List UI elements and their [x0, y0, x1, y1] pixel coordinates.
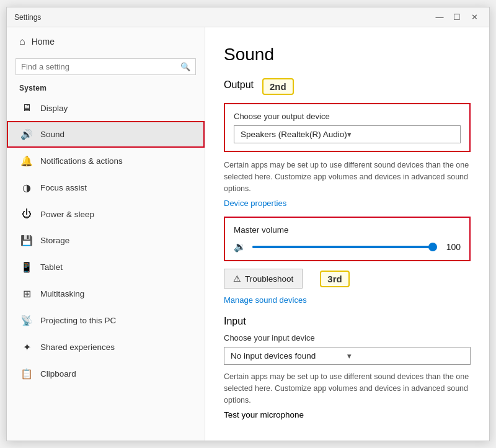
troubleshoot-button[interactable]: ⚠ Troubleshoot [224, 269, 303, 289]
settings-window: Settings — ☐ ✕ ⌂ Home 🔍 System 🖥 Display [6, 7, 490, 441]
home-icon: ⌂ [19, 36, 25, 47]
sidebar-item-label: Notifications & actions [40, 156, 123, 166]
sidebar-item-label: Power & sleep [40, 210, 94, 219]
output-desc-text: Certain apps may be set up to use differ… [224, 159, 471, 194]
sidebar-item-multitasking[interactable]: ⊞ Multitasking [7, 280, 205, 307]
input-device-label: Choose your input device [224, 333, 471, 343]
input-section: Input Choose your input device No input … [224, 316, 471, 419]
output-device-value: Speakers (Realtek(R) Audio) [241, 130, 347, 139]
page-title: Sound [224, 45, 471, 65]
focus-icon: ◑ [20, 182, 33, 194]
manage-sound-link[interactable]: Manage sound devices [224, 295, 307, 305]
sidebar-item-tablet[interactable]: 📱 Tablet [7, 254, 205, 280]
maximize-button[interactable]: ☐ [450, 11, 464, 24]
sound-icon: 🔊 [20, 128, 33, 140]
close-button[interactable]: ✕ [467, 11, 482, 24]
minimize-button[interactable]: — [432, 11, 447, 24]
sidebar-item-projecting[interactable]: 📡 Projecting to this PC [7, 307, 205, 334]
clipboard-icon: 📋 [20, 368, 33, 380]
volume-icon: 🔉 [234, 241, 246, 253]
sidebar-item-sound[interactable]: 🔊 Sound 1st [7, 121, 205, 148]
output-device-dropdown[interactable]: Speakers (Realtek(R) Audio) ▾ [234, 125, 461, 143]
sidebar-item-label: Projecting to this PC [40, 316, 116, 325]
warning-icon: ⚠ [233, 274, 241, 284]
chevron-down-icon-input: ▾ [347, 351, 464, 361]
volume-slider[interactable] [252, 246, 433, 248]
search-icon: 🔍 [180, 62, 190, 71]
sidebar-item-label: Display [40, 104, 68, 113]
sidebar-item-label: Tablet [40, 262, 63, 272]
sidebar-item-label: Shared experiences [40, 343, 115, 352]
output-section-header: Output 2nd [224, 76, 471, 97]
sidebar-item-power[interactable]: ⏻ Power & sleep [7, 201, 205, 227]
power-icon: ⏻ [20, 208, 33, 220]
sidebar-search-box[interactable]: 🔍 [16, 58, 196, 75]
annotation-3rd: 3rd [320, 271, 349, 287]
input-desc-text: Certain apps may be set up to use differ… [224, 371, 471, 406]
sidebar-item-label: Clipboard [40, 369, 76, 379]
tablet-icon: 📱 [20, 261, 33, 273]
sidebar-section-label: System [7, 80, 205, 95]
annotation-2nd: 2nd [262, 78, 294, 95]
slider-fill [252, 246, 433, 248]
input-device-dropdown[interactable]: No input devices found ▾ [224, 347, 471, 365]
shared-icon: ✦ [20, 341, 33, 353]
output-section-title: Output [224, 79, 254, 91]
slider-thumb [428, 243, 437, 251]
troubleshoot-row: ⚠ Troubleshoot 3rd [224, 269, 471, 289]
test-microphone-label: Test your microphone [224, 410, 471, 419]
titlebar: Settings — ☐ ✕ [7, 7, 489, 27]
sidebar-item-label: Storage [40, 236, 69, 245]
sidebar-home-label: Home [32, 37, 55, 47]
input-device-value: No input devices found [231, 351, 347, 361]
sidebar-item-shared[interactable]: ✦ Shared experiences [7, 334, 205, 361]
sidebar-home[interactable]: ⌂ Home [7, 27, 205, 56]
main-content: Sound Output 2nd Choose your output devi… [205, 27, 489, 441]
titlebar-controls: — ☐ ✕ [432, 11, 482, 24]
sidebar-item-label: Sound [40, 130, 64, 139]
display-icon: 🖥 [20, 102, 33, 114]
projecting-icon: 📡 [20, 315, 33, 326]
chevron-down-icon: ▾ [347, 130, 454, 139]
output-device-label: Choose your output device [234, 112, 461, 121]
master-volume-label: Master volume [234, 225, 461, 235]
notifications-icon: 🔔 [20, 155, 33, 167]
troubleshoot-label: Troubleshoot [245, 274, 293, 284]
master-volume-box: Master volume 🔉 100 [224, 217, 471, 261]
volume-value: 100 [440, 242, 461, 252]
sidebar-item-notifications[interactable]: 🔔 Notifications & actions [7, 148, 205, 174]
window-title: Settings [14, 13, 432, 22]
search-input[interactable] [21, 62, 177, 71]
device-properties-link[interactable]: Device properties [224, 199, 286, 208]
content-area: ⌂ Home 🔍 System 🖥 Display 🔊 Sound 1st [7, 27, 489, 441]
storage-icon: 💾 [20, 235, 33, 246]
sidebar-item-label: Focus assist [40, 183, 87, 192]
sidebar-item-focus[interactable]: ◑ Focus assist [7, 174, 205, 201]
sidebar-item-display[interactable]: 🖥 Display [7, 95, 205, 121]
sidebar-item-clipboard[interactable]: 📋 Clipboard [7, 361, 205, 387]
multitasking-icon: ⊞ [20, 288, 33, 300]
volume-row: 🔉 100 [234, 241, 461, 253]
sidebar-item-label: Multitasking [40, 289, 84, 298]
sidebar: ⌂ Home 🔍 System 🖥 Display 🔊 Sound 1st [7, 27, 205, 441]
sidebar-item-storage[interactable]: 💾 Storage [7, 227, 205, 254]
output-device-box: Choose your output device Speakers (Real… [224, 103, 471, 152]
input-section-title: Input [224, 316, 471, 327]
